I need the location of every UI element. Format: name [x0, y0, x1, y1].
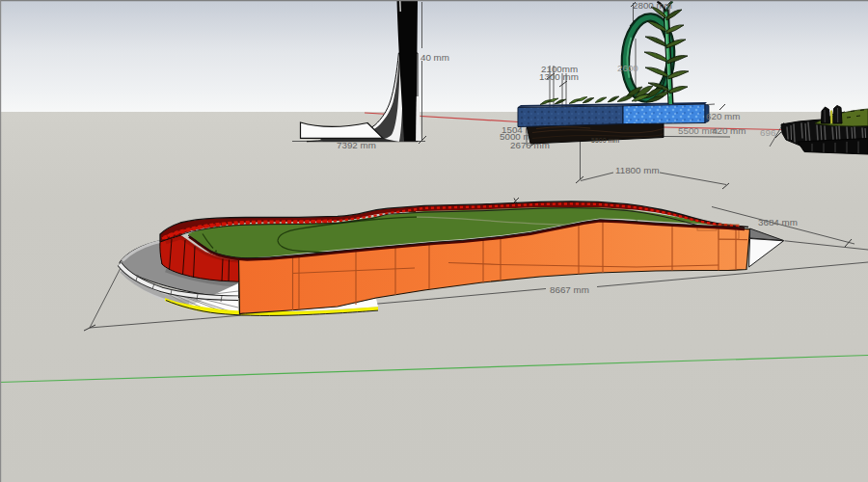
svg-text:696: 696 — [760, 127, 776, 138]
svg-text:3684 mm: 3684 mm — [758, 217, 798, 228]
svg-text:11800 mm: 11800 mm — [615, 165, 660, 175]
svg-text:8667 mm: 8667 mm — [550, 284, 589, 295]
svg-text:2800 mm: 2800 mm — [633, 0, 672, 11]
svg-text:7392 mm: 7392 mm — [337, 140, 376, 150]
svg-text:420 mm: 420 mm — [712, 125, 746, 136]
svg-text:2676 mm: 2676 mm — [510, 140, 550, 150]
svg-text:5500 mm: 5500 mm — [591, 137, 619, 144]
svg-text:1300 mm: 1300 mm — [539, 71, 579, 82]
svg-text:2600: 2600 — [617, 63, 638, 73]
svg-text:620 mm: 620 mm — [706, 111, 740, 121]
svg-text:40 mm: 40 mm — [420, 52, 449, 63]
